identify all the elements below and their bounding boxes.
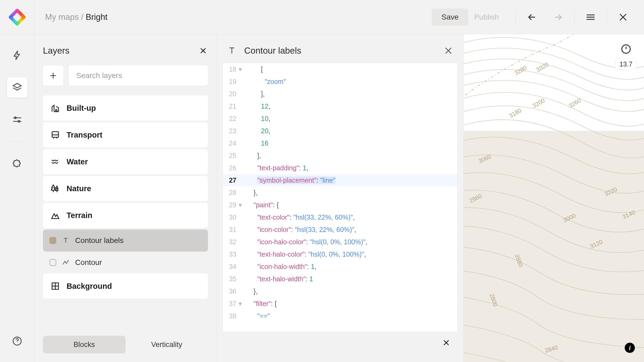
app-logo[interactable] (8, 8, 26, 26)
layer-label: Background (67, 282, 112, 291)
zoom-value: 13.7 (615, 58, 636, 70)
seg-verticality[interactable]: Verticality (126, 336, 208, 353)
breadcrumb-root[interactable]: My maps (45, 12, 81, 22)
code-line[interactable]: 21 12, (223, 100, 457, 112)
layers-icon (12, 82, 23, 93)
puzzle-icon (12, 158, 23, 169)
hamburger-icon (585, 12, 596, 23)
layer-group-water[interactable]: Water (43, 149, 208, 174)
close-editor-button[interactable] (444, 46, 453, 56)
layer-label: Terrain (67, 211, 92, 220)
layer-group-terrain[interactable]: Terrain (43, 203, 208, 228)
visibility-toggle[interactable] (49, 259, 56, 266)
contour-lines (464, 34, 644, 362)
arrow-left-icon (526, 12, 537, 23)
code-line[interactable]: 24 16 (223, 137, 457, 149)
nav-bolt[interactable] (7, 45, 27, 65)
layer-label: Water (67, 157, 88, 166)
seg-blocks[interactable]: Blocks (43, 336, 126, 353)
code-editor[interactable]: 18▾ [19 "zoom"20 ],21 12,22 10,23 20,24 … (223, 63, 458, 332)
code-line[interactable]: 23 20, (223, 125, 457, 137)
close-layers-button[interactable] (198, 46, 208, 56)
clock-icon (620, 43, 632, 55)
zoom-indicator: 13.7 (615, 43, 636, 70)
plus-icon (49, 71, 57, 80)
editor-header: Contour labels (223, 46, 458, 56)
breadcrumb[interactable]: My maps / Bright (34, 12, 432, 22)
topbar-actions: Save Publish (432, 7, 633, 27)
breadcrumb-sep: / (81, 12, 86, 22)
layer-list: Built-up Transport Water Nature Terrain … (43, 95, 208, 329)
breadcrumb-current: Bright (86, 12, 108, 22)
code-line[interactable]: 19 "zoom" (223, 75, 457, 88)
back-button[interactable] (522, 7, 542, 27)
search-layers-input[interactable] (69, 65, 208, 86)
topbar: My maps / Bright Save Publish (0, 0, 644, 34)
editor-title: Contour labels (244, 46, 436, 56)
layer-contour[interactable]: Contour (43, 252, 208, 274)
save-button[interactable]: Save (432, 9, 468, 26)
close-icon (444, 46, 453, 56)
code-line[interactable]: 29▾ "paint": { (223, 199, 457, 211)
layer-group-background[interactable]: Background (43, 274, 208, 299)
line-layer-icon (62, 258, 70, 267)
layers-view-segment: Blocks Verticality (43, 329, 208, 353)
code-line[interactable]: 35 "text-halo-width": 1 (223, 273, 457, 285)
editor-panel: Contour labels 18▾ [19 "zoom"20 ],21 12,… (217, 34, 464, 362)
code-line[interactable]: 32 "icon-halo-color": "hsl(0, 0%, 100%)"… (223, 236, 457, 248)
close-icon (442, 339, 450, 347)
forward-button[interactable] (548, 7, 568, 27)
close-editor-footer-button[interactable] (441, 338, 451, 348)
code-line[interactable]: 20 ], (223, 88, 457, 100)
publish-button[interactable]: Publish (474, 13, 499, 21)
code-line[interactable]: 37▾ "filter": [ (223, 297, 457, 310)
layer-label: Contour labels (75, 236, 124, 245)
close-app-button[interactable] (613, 7, 633, 27)
code-line[interactable]: 30 "text-color": "hsl(33, 22%, 60%)", (223, 211, 457, 223)
bolt-icon (12, 50, 23, 61)
code-line[interactable]: 28 }, (223, 186, 457, 199)
code-line[interactable]: 34 "icon-halo-width": 1, (223, 260, 457, 273)
code-line[interactable]: 22 10, (223, 112, 457, 125)
separator (607, 10, 607, 25)
layer-contour-labels[interactable]: Contour labels (43, 230, 208, 252)
nav-extensions[interactable] (7, 154, 27, 174)
layer-label: Nature (67, 184, 91, 193)
code-line[interactable]: 27 "symbol-placement": "line" (223, 174, 457, 186)
code-line[interactable]: 18▾ [ (223, 63, 457, 75)
arrow-right-icon (553, 12, 564, 23)
info-button[interactable]: i (625, 343, 635, 353)
svg-rect-4 (464, 131, 644, 362)
nav-layers[interactable] (7, 77, 27, 98)
code-line[interactable]: 26 "text-padding": 1, (223, 162, 457, 174)
layer-group-builtup[interactable]: Built-up (43, 95, 208, 121)
code-line[interactable]: 31 "icon-color": "hsl(33, 22%, 60%)", (223, 223, 457, 236)
code-line[interactable]: 36 }, (223, 285, 457, 297)
code-line[interactable]: 38 "==" (223, 310, 457, 322)
text-layer-icon (62, 237, 70, 245)
editor-footer (223, 332, 458, 353)
layers-panel: Layers Built-up Transport Water Nature T… (34, 34, 217, 362)
building-icon (50, 103, 60, 113)
add-layer-button[interactable] (43, 65, 63, 86)
layers-header: Layers (43, 46, 208, 56)
bus-icon (50, 130, 60, 140)
layer-label: Built-up (67, 104, 96, 113)
layer-group-nature[interactable]: Nature (43, 176, 208, 201)
map-preview[interactable]: 3280332031803200326030602960322030003140… (464, 34, 644, 362)
nav-sliders[interactable] (7, 109, 27, 130)
nav-help[interactable] (7, 331, 27, 351)
help-icon (12, 336, 23, 346)
layers-title: Layers (43, 46, 69, 56)
code-line[interactable]: 33 "text-halo-color": "hsl(0, 0%, 100%)"… (223, 248, 457, 260)
separator (11, 142, 24, 142)
visibility-toggle[interactable] (49, 237, 56, 244)
layer-group-transport[interactable]: Transport (43, 122, 208, 147)
menu-button[interactable] (580, 7, 601, 27)
layers-toolbar (43, 65, 208, 86)
layer-label: Transport (67, 131, 103, 139)
sliders-icon (12, 114, 23, 125)
code-line[interactable]: 25 ], (223, 149, 457, 162)
layer-label: Contour (75, 258, 102, 267)
text-layer-icon (227, 46, 237, 56)
